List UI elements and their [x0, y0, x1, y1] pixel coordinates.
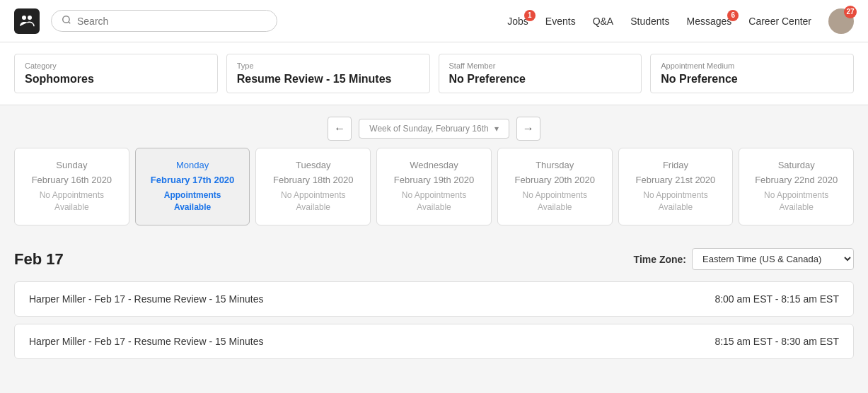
svg-point-2 — [63, 16, 69, 23]
appointment-row[interactable]: Harper Miller - Feb 17 - Resume Review -… — [14, 281, 854, 317]
main-nav: Jobs 1 Events Q&A Students Messages 6 Ca… — [507, 8, 854, 34]
filter-type-value: Resume Review - 15 Minutes — [237, 73, 419, 86]
day-card[interactable]: Wednesday February 19th 2020 No Appointm… — [376, 148, 492, 225]
timezone-label: Time Zone: — [634, 254, 686, 265]
nav-item-jobs[interactable]: Jobs 1 — [507, 16, 528, 27]
appointment-description: Harper Miller - Feb 17 - Resume Review -… — [29, 336, 263, 347]
day-date: February 19th 2020 — [394, 175, 474, 185]
day-status: No AppointmentsAvailable — [281, 189, 345, 213]
day-date: February 17th 2020 — [151, 175, 235, 185]
jobs-badge: 1 — [524, 10, 536, 21]
day-card[interactable]: Friday February 21st 2020 No Appointment… — [618, 148, 734, 225]
day-card[interactable]: Saturday February 22nd 2020 No Appointme… — [739, 148, 854, 225]
nav-item-students[interactable]: Students — [630, 16, 669, 27]
appointment-row[interactable]: Harper Miller - Feb 17 - Resume Review -… — [14, 324, 854, 359]
appointment-list: Harper Miller - Feb 17 - Resume Review -… — [14, 281, 854, 359]
day-name: Saturday — [778, 160, 815, 170]
day-date: February 20th 2020 — [515, 175, 595, 185]
header: Jobs 1 Events Q&A Students Messages 6 Ca… — [0, 0, 868, 42]
day-status: AppointmentsAvailable — [164, 189, 221, 213]
day-name: Friday — [663, 160, 688, 170]
logo — [14, 8, 40, 34]
calendar-nav: ← Week of Sunday, February 16th ▾ → — [0, 105, 868, 148]
timezone-selector: Time Zone: Eastern Time (US & Canada) — [634, 248, 854, 270]
filter-category-label: Category — [25, 61, 207, 70]
day-date: February 22nd 2020 — [755, 175, 838, 185]
day-name: Monday — [176, 160, 209, 170]
day-status: No AppointmentsAvailable — [643, 189, 707, 213]
section-header: Feb 17 Time Zone: Eastern Time (US & Can… — [14, 248, 854, 270]
appointment-time: 8:15 am EST - 8:30 am EST — [714, 336, 839, 347]
day-name: Sunday — [56, 160, 87, 170]
svg-point-1 — [28, 16, 32, 20]
day-name: Tuesday — [296, 160, 330, 170]
avatar-badge: 27 — [844, 6, 857, 18]
day-status: No AppointmentsAvailable — [523, 189, 587, 213]
day-card[interactable]: Thursday February 20th 2020 No Appointme… — [497, 148, 613, 225]
prev-week-button[interactable]: ← — [328, 117, 352, 141]
appointments-section: Feb 17 Time Zone: Eastern Time (US & Can… — [0, 237, 868, 377]
search-input[interactable] — [77, 16, 267, 27]
search-box[interactable] — [51, 10, 277, 32]
day-name: Wednesday — [410, 160, 458, 170]
filters-bar: Category Sophomores Type Resume Review -… — [0, 42, 868, 105]
appointment-description: Harper Miller - Feb 17 - Resume Review -… — [29, 293, 263, 305]
nav-item-qa[interactable]: Q&A — [593, 16, 614, 27]
dropdown-icon: ▾ — [494, 124, 499, 134]
day-card[interactable]: Tuesday February 18th 2020 No Appointmen… — [255, 148, 371, 225]
svg-line-3 — [69, 22, 71, 24]
day-status: No AppointmentsAvailable — [764, 189, 828, 213]
day-date: February 21st 2020 — [636, 175, 716, 185]
day-name: Thursday — [536, 160, 574, 170]
day-status: No AppointmentsAvailable — [402, 189, 466, 213]
filter-category-value: Sophomores — [25, 73, 207, 86]
filter-staff-label: Staff Member — [449, 61, 632, 70]
nav-item-messages[interactable]: Messages 6 — [686, 16, 731, 27]
week-selector[interactable]: Week of Sunday, February 16th ▾ — [359, 119, 509, 139]
user-avatar-wrapper[interactable]: 27 — [828, 8, 854, 34]
filter-medium-value: No Preference — [661, 73, 843, 86]
filter-type-label: Type — [237, 61, 419, 70]
day-status: No AppointmentsAvailable — [40, 189, 104, 213]
svg-point-0 — [22, 16, 26, 20]
nav-item-events[interactable]: Events — [545, 16, 576, 27]
week-label: Week of Sunday, February 16th — [369, 124, 488, 134]
messages-badge: 6 — [727, 10, 739, 21]
appointment-time: 8:00 am EST - 8:15 am EST — [714, 293, 839, 305]
day-grid: Sunday February 16th 2020 No Appointment… — [0, 148, 868, 237]
filter-category[interactable]: Category Sophomores — [14, 54, 218, 93]
filter-staff[interactable]: Staff Member No Preference — [439, 54, 642, 93]
filter-medium-label: Appointment Medium — [661, 61, 843, 70]
nav-item-career-center[interactable]: Career Center — [748, 16, 811, 27]
timezone-select[interactable]: Eastern Time (US & Canada) — [692, 248, 854, 270]
search-icon — [62, 15, 71, 27]
next-week-button[interactable]: → — [516, 117, 540, 141]
day-card[interactable]: Monday February 17th 2020 AppointmentsAv… — [135, 148, 250, 225]
filter-staff-value: No Preference — [449, 73, 632, 86]
day-date: February 18th 2020 — [273, 175, 353, 185]
section-title: Feb 17 — [14, 250, 64, 269]
filter-type[interactable]: Type Resume Review - 15 Minutes — [226, 54, 430, 93]
day-date: February 16th 2020 — [32, 175, 112, 185]
day-card[interactable]: Sunday February 16th 2020 No Appointment… — [14, 148, 129, 225]
filter-medium[interactable]: Appointment Medium No Preference — [650, 54, 854, 93]
